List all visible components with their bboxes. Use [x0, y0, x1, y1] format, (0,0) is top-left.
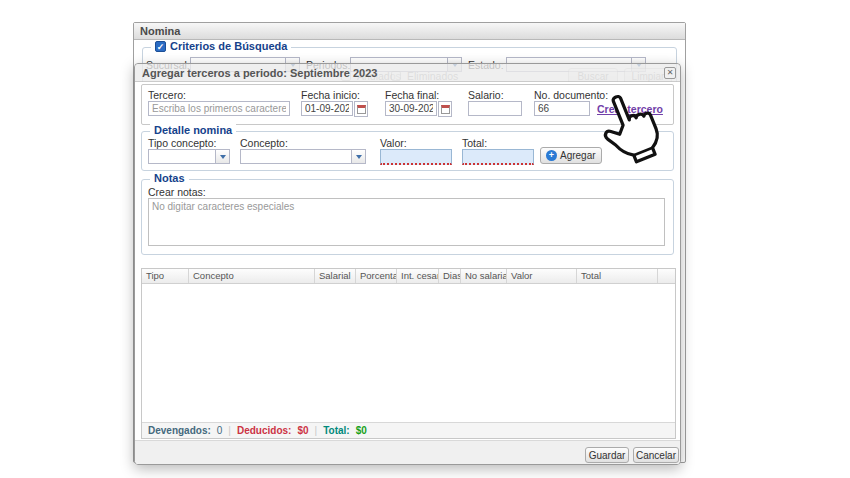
agregar-button[interactable]: + Agregar	[540, 147, 602, 164]
grid-col-total[interactable]: Total	[577, 269, 658, 283]
grid-col-no-salarial[interactable]: No salarial	[461, 269, 507, 283]
fecha-inicio-input[interactable]	[301, 101, 353, 116]
salario-label: Salario:	[468, 89, 504, 101]
detalle-legend: Detalle nomina	[150, 124, 236, 136]
agregar-terceros-modal: Agregar terceros a periodo: Septiembre 2…	[134, 63, 681, 465]
deducidos-value: $0	[297, 425, 308, 436]
criteria-legend: Criterios de Búsqueda	[170, 40, 287, 52]
screen: Nomina ✓ Criterios de Búsqueda Sucursal:…	[0, 0, 850, 478]
fecha-final-input[interactable]	[385, 101, 437, 116]
grid-header: Tipo Concepto Salarial Porcentaje Int. c…	[142, 269, 675, 284]
fecha-inicio-label: Fecha inicio:	[301, 89, 360, 101]
tipo-concepto-label: Tipo concepto:	[148, 137, 217, 149]
fecha-final-label: Fecha final:	[385, 89, 439, 101]
concepto-select[interactable]	[240, 149, 366, 164]
grid-col-salarial[interactable]: Salarial	[315, 269, 356, 283]
grid-col-dias[interactable]: Dias	[439, 269, 461, 283]
chevron-down-icon[interactable]	[215, 150, 229, 163]
grid-col-valor[interactable]: Valor	[507, 269, 577, 283]
modal-title: Agregar terceros a periodo: Septiembre 2…	[135, 64, 680, 82]
add-icon: +	[546, 150, 557, 161]
modal-body: Tercero: Fecha inicio: Fecha final: Sala…	[135, 82, 680, 464]
documento-input[interactable]	[534, 101, 590, 116]
crear-notas-label: Crear notas:	[148, 186, 206, 198]
calendar-icon	[357, 105, 366, 114]
grid-col-tipo[interactable]: Tipo	[142, 269, 189, 283]
notas-textarea[interactable]	[148, 198, 665, 246]
modal-close-button[interactable]: ✕	[664, 67, 676, 79]
grid-body-empty	[142, 284, 675, 423]
close-icon: ✕	[667, 68, 674, 77]
notas-legend: Notas	[150, 172, 189, 184]
tercero-label: Tercero:	[148, 89, 186, 101]
deducidos-label: Deducidos:	[237, 425, 291, 436]
devengados-label: Devengados:	[148, 425, 211, 436]
salario-input[interactable]	[468, 101, 522, 116]
grid-col-int-cesantias[interactable]: Int. cesanti...	[397, 269, 439, 283]
grid-col-concepto[interactable]: Concepto	[189, 269, 315, 283]
agregar-label: Agregar	[560, 150, 596, 161]
concepto-label: Concepto:	[240, 137, 288, 149]
documento-label: No. documento:	[534, 89, 608, 101]
tipo-concepto-select[interactable]	[148, 149, 230, 164]
valor-label: Valor:	[380, 137, 407, 149]
summary-total-label: Total:	[323, 425, 349, 436]
valor-input[interactable]	[380, 149, 452, 165]
fecha-inicio-calendar-button[interactable]	[354, 101, 368, 117]
chevron-down-icon[interactable]	[351, 150, 365, 163]
conceptos-grid: Tipo Concepto Salarial Porcentaje Int. c…	[141, 268, 676, 439]
window-title: Nomina	[134, 23, 685, 40]
tercero-panel: Tercero: Fecha inicio: Fecha final: Sala…	[141, 84, 674, 125]
summary-total-value: $0	[356, 425, 367, 436]
total-label: Total:	[462, 137, 487, 149]
notas-fieldset: Notas Crear notas:	[141, 179, 674, 255]
grid-summary-bar: Devengados: 0 | Deducidos: $0 | Total: $…	[142, 422, 675, 438]
calendar-icon	[441, 105, 450, 114]
criteria-checkbox[interactable]: ✓	[155, 41, 166, 52]
detalle-fieldset: Detalle nomina Tipo concepto: Concepto: …	[141, 131, 674, 171]
devengados-value: 0	[217, 425, 223, 436]
grid-col-filler	[658, 269, 675, 283]
total-input[interactable]	[462, 149, 534, 165]
tercero-input[interactable]	[148, 101, 290, 116]
modal-footer: Guardar Cancelar	[135, 440, 680, 464]
grid-col-porcentaje[interactable]: Porcentaje	[356, 269, 397, 283]
fecha-final-calendar-button[interactable]	[438, 101, 452, 117]
guardar-button[interactable]: Guardar	[585, 447, 629, 463]
cancelar-button[interactable]: Cancelar	[633, 447, 679, 463]
crear-tercero-link[interactable]: Crear tercero	[597, 103, 663, 115]
